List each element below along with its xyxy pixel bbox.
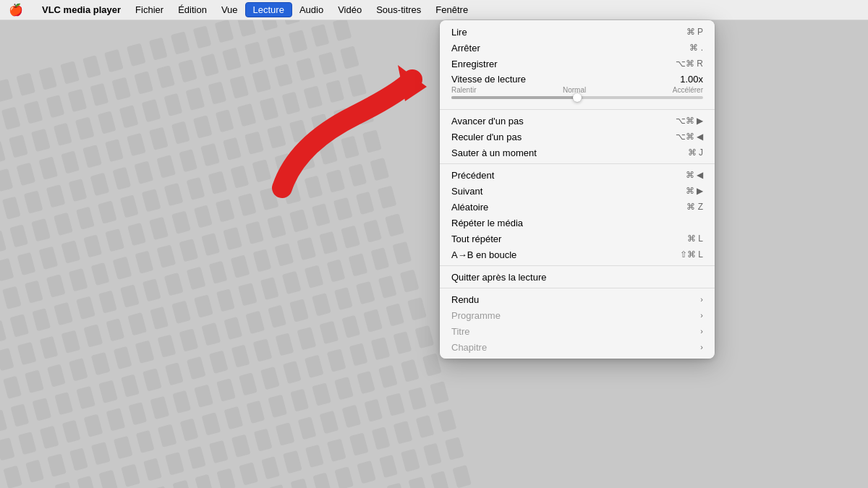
menu-item-enregistrer-label: Enregistrer: [451, 59, 498, 69]
menu-item-arreter-shortcut: ⌘ .: [689, 43, 703, 53]
menu-item-sauter-label: Sauter à un moment: [451, 147, 537, 158]
menu-item-chapitre-label: Chapitre: [451, 342, 487, 353]
menu-item-tout-repeter-shortcut: ⌘ L: [687, 234, 703, 244]
menu-fenetre[interactable]: Fenêtre: [428, 3, 475, 17]
speed-label: Vitesse de lecture: [451, 74, 526, 85]
menu-item-avancer-label: Avancer d'un pas: [451, 116, 524, 127]
menu-item-repeter-media[interactable]: Répéter le média: [440, 215, 715, 231]
menu-item-avancer[interactable]: Avancer d'un pas ⌥⌘ ▶: [440, 113, 715, 129]
menu-item-ab-boucle-shortcut: ⇧⌘ L: [680, 249, 703, 260]
menu-item-suivant[interactable]: Suivant ⌘ ▶: [440, 183, 715, 199]
menu-item-precedent-label: Précédent: [451, 170, 494, 181]
submenu-arrow-titre: ›: [700, 327, 703, 335]
menu-item-avancer-shortcut: ⌥⌘ ▶: [676, 116, 703, 126]
menu-edition[interactable]: Édition: [171, 3, 214, 17]
menu-item-lire-shortcut: ⌘ P: [686, 27, 703, 37]
menu-item-arreter[interactable]: Arrêter ⌘ .: [440, 40, 715, 56]
submenu-arrow-rendu: ›: [700, 295, 703, 304]
separator-3: [440, 265, 715, 266]
app-name[interactable]: VLC media player: [35, 3, 128, 17]
speed-section: Vitesse de lecture 1.00x Ralentir Normal…: [440, 72, 715, 106]
menu-item-enregistrer[interactable]: Enregistrer ⌥⌘ R: [440, 56, 715, 72]
speed-mid-label: Normal: [563, 86, 586, 94]
menu-item-lire[interactable]: Lire ⌘ P: [440, 24, 715, 40]
menu-item-precedent[interactable]: Précédent ⌘ ◀: [440, 167, 715, 183]
red-arrow: [239, 58, 441, 205]
submenu-arrow-programme: ›: [700, 311, 703, 320]
separator-4: [440, 288, 715, 288]
menu-audio[interactable]: Audio: [292, 3, 331, 17]
menu-item-tout-repeter[interactable]: Tout répéter ⌘ L: [440, 231, 715, 247]
menu-item-enregistrer-shortcut: ⌥⌘ R: [676, 59, 703, 69]
menu-vue[interactable]: Vue: [214, 3, 245, 17]
menu-item-quitter-apres-label: Quitter après la lecture: [451, 272, 547, 283]
menu-fichier[interactable]: Fichier: [128, 3, 171, 17]
speed-min-label: Ralentir: [451, 86, 476, 94]
menu-item-ab-boucle-label: A→B en boucle: [451, 249, 516, 260]
submenu-arrow-chapitre: ›: [700, 343, 703, 351]
speed-slider[interactable]: [451, 96, 703, 99]
menu-item-reculer-label: Reculer d'un pas: [451, 132, 522, 142]
menu-item-quitter-apres[interactable]: Quitter après la lecture: [440, 269, 715, 285]
menu-item-suivant-label: Suivant: [451, 186, 482, 197]
separator-2: [440, 163, 715, 164]
menu-item-suivant-shortcut: ⌘ ▶: [686, 186, 703, 196]
menu-item-sauter-shortcut: ⌘ J: [688, 147, 703, 158]
menu-item-programme-label: Programme: [451, 310, 501, 321]
menu-lecture[interactable]: Lecture: [245, 2, 292, 17]
speed-slider-thumb[interactable]: [573, 93, 582, 102]
speed-slider-fill: [451, 96, 577, 99]
menu-item-reculer-shortcut: ⌥⌘ ◀: [676, 132, 703, 142]
menu-item-titre[interactable]: Titre ›: [440, 323, 715, 339]
menu-item-titre-label: Titre: [451, 326, 470, 337]
menu-item-repeter-media-label: Répéter le média: [451, 218, 523, 228]
menu-item-reculer[interactable]: Reculer d'un pas ⌥⌘ ◀: [440, 129, 715, 145]
menu-item-precedent-shortcut: ⌘ ◀: [686, 170, 703, 180]
menu-item-aleatoire[interactable]: Aléatoire ⌘ Z: [440, 199, 715, 215]
speed-max-label: Accélérer: [673, 86, 703, 94]
speed-value: 1.00x: [680, 74, 703, 85]
menu-bar: 🍎 VLC media player Fichier Édition Vue L…: [0, 0, 868, 20]
menu-item-rendu[interactable]: Rendu ›: [440, 291, 715, 307]
menu-item-chapitre[interactable]: Chapitre ›: [440, 339, 715, 355]
menu-item-programme[interactable]: Programme ›: [440, 307, 715, 323]
menu-item-aleatoire-shortcut: ⌘ Z: [686, 202, 703, 212]
menu-sous-titres[interactable]: Sous-titres: [369, 3, 428, 17]
menu-item-rendu-label: Rendu: [451, 294, 479, 305]
menu-video[interactable]: Vidéo: [331, 3, 369, 17]
menu-item-tout-repeter-label: Tout répéter: [451, 234, 501, 244]
menu-item-arreter-label: Arrêter: [451, 43, 480, 53]
separator-1: [440, 109, 715, 110]
menu-item-sauter[interactable]: Sauter à un moment ⌘ J: [440, 145, 715, 160]
menu-item-aleatoire-label: Aléatoire: [451, 202, 488, 213]
menu-item-lire-label: Lire: [451, 27, 467, 38]
apple-logo[interactable]: 🍎: [9, 3, 23, 17]
menu-item-ab-boucle[interactable]: A→B en boucle ⇧⌘ L: [440, 247, 715, 262]
lecture-dropdown: Lire ⌘ P Arrêter ⌘ . Enregistrer ⌥⌘ R Vi…: [440, 20, 715, 359]
